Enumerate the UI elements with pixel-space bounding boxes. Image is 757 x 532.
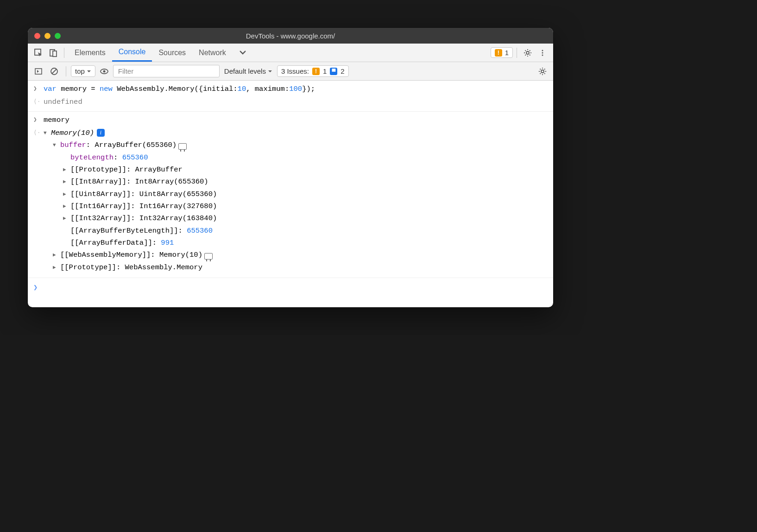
chevron-down-icon bbox=[268, 69, 272, 74]
expand-arrow-icon[interactable]: ▶ bbox=[63, 190, 69, 199]
close-window-button[interactable] bbox=[34, 33, 40, 39]
console-output: undefined bbox=[44, 96, 548, 108]
expand-arrow-icon[interactable]: ▶ bbox=[63, 165, 69, 174]
svg-point-4 bbox=[542, 50, 543, 51]
input-marker-icon: ❯ bbox=[33, 114, 44, 125]
memory-inspector-icon[interactable] bbox=[204, 253, 213, 260]
svg-point-12 bbox=[541, 70, 544, 73]
object-tree[interactable]: ▼Memory(10) i ▼buffer: ArrayBuffer(65536… bbox=[44, 127, 548, 273]
tab-sources[interactable]: Sources bbox=[152, 44, 192, 62]
console-output-row: ⟨· undefined bbox=[28, 95, 553, 111]
console-prompt[interactable]: ❯ bbox=[28, 278, 553, 298]
output-marker-icon: ⟨· bbox=[33, 96, 44, 107]
console-toolbar: top Default levels 3 Issues: ! 1 ▀ 2 bbox=[28, 62, 553, 81]
info-badge-icon[interactable]: i bbox=[97, 129, 105, 137]
tree-row-buffer[interactable]: ▼buffer: ArrayBuffer(655360) bbox=[44, 139, 548, 151]
tree-row[interactable]: ▶[[Prototype]]: ArrayBuffer bbox=[44, 164, 548, 176]
clear-console-icon[interactable] bbox=[47, 64, 61, 78]
devtools-window: DevTools - www.google.com/ Elements Cons… bbox=[28, 28, 553, 307]
divider bbox=[66, 66, 66, 76]
alerts-badge[interactable]: ! 1 bbox=[491, 47, 513, 58]
console-input-row: ❯ memory bbox=[28, 114, 553, 127]
svg-point-3 bbox=[526, 51, 529, 54]
expand-arrow-icon[interactable]: ▼ bbox=[53, 141, 59, 150]
tree-row[interactable]: ▶[[Int32Array]]: Int32Array(163840) bbox=[44, 212, 548, 224]
console-settings-icon[interactable] bbox=[536, 64, 549, 78]
expand-arrow-icon[interactable]: ▶ bbox=[63, 202, 69, 211]
traffic-lights bbox=[34, 33, 61, 39]
divider bbox=[517, 48, 517, 58]
expand-arrow-icon[interactable]: ▶ bbox=[53, 263, 59, 272]
tree-row[interactable]: [[ArrayBufferData]]: 991 bbox=[44, 237, 548, 249]
input-marker-icon: ❯ bbox=[33, 83, 44, 94]
expand-arrow-icon[interactable]: ▶ bbox=[53, 251, 59, 260]
tree-row[interactable]: ▶[[Int8Array]]: Int8Array(655360) bbox=[44, 176, 548, 188]
expand-arrow-icon[interactable]: ▼ bbox=[44, 129, 50, 138]
divider bbox=[64, 48, 64, 58]
info-icon: ▀ bbox=[330, 68, 337, 75]
expand-arrow-icon bbox=[63, 227, 69, 235]
issues-warn-count: 1 bbox=[323, 67, 327, 75]
warning-icon: ! bbox=[495, 49, 502, 57]
tree-row[interactable]: ▶[[Int16Array]]: Int16Array(327680) bbox=[44, 200, 548, 212]
issues-label: 3 Issues: bbox=[281, 67, 309, 75]
tab-more-icon[interactable] bbox=[233, 44, 253, 62]
live-expression-icon[interactable] bbox=[97, 64, 111, 78]
tree-row-bytelength[interactable]: byteLength: 655360 bbox=[44, 152, 548, 164]
memory-inspector-icon[interactable] bbox=[178, 143, 187, 150]
maximize-window-button[interactable] bbox=[55, 33, 61, 39]
tree-row[interactable]: ▶[[Uint8Array]]: Uint8Array(655360) bbox=[44, 188, 548, 200]
svg-rect-2 bbox=[53, 51, 57, 57]
filter-input[interactable] bbox=[113, 65, 220, 77]
output-marker-icon: ⟨· bbox=[33, 127, 44, 138]
warning-icon: ! bbox=[312, 68, 320, 75]
minimize-window-button[interactable] bbox=[44, 33, 50, 39]
log-levels-selector[interactable]: Default levels bbox=[221, 67, 275, 75]
sidebar-toggle-icon[interactable] bbox=[32, 64, 45, 78]
tree-row-prototype[interactable]: ▶[[Prototype]]: WebAssembly.Memory bbox=[44, 261, 548, 273]
svg-point-11 bbox=[103, 70, 105, 72]
tab-network[interactable]: Network bbox=[192, 44, 233, 62]
context-selector[interactable]: top bbox=[71, 65, 95, 77]
tabs: Elements Console Sources Network bbox=[68, 44, 253, 62]
main-tabbar: Elements Console Sources Network ! 1 bbox=[28, 44, 553, 62]
svg-line-9 bbox=[52, 69, 57, 74]
expand-arrow-icon[interactable]: ▶ bbox=[63, 214, 69, 223]
device-toggle-icon[interactable] bbox=[46, 46, 60, 60]
tree-row[interactable]: [[ArrayBufferByteLength]]: 655360 bbox=[44, 225, 548, 237]
tab-console[interactable]: Console bbox=[112, 44, 152, 62]
inspect-element-icon[interactable] bbox=[32, 46, 45, 60]
svg-point-5 bbox=[542, 52, 543, 53]
console-code[interactable]: memory bbox=[44, 114, 548, 126]
alert-count: 1 bbox=[505, 49, 509, 57]
expand-arrow-icon[interactable]: ▶ bbox=[63, 177, 69, 186]
issues-badge[interactable]: 3 Issues: ! 1 ▀ 2 bbox=[277, 65, 349, 77]
levels-label: Default levels bbox=[224, 67, 266, 75]
console-output-row: ⟨· ▼Memory(10) i ▼buffer: ArrayBuffer(65… bbox=[28, 127, 553, 274]
issues-info-count: 2 bbox=[341, 67, 344, 75]
tree-row-wasm-memory[interactable]: ▶[[WebAssemblyMemory]]: Memory(10) bbox=[44, 249, 548, 261]
titlebar: DevTools - www.google.com/ bbox=[28, 28, 553, 44]
window-title: DevTools - www.google.com/ bbox=[28, 32, 553, 40]
context-value: top bbox=[75, 67, 85, 75]
tab-elements[interactable]: Elements bbox=[68, 44, 112, 62]
console-input-row: ❯ var memory = new WebAssembly.Memory({i… bbox=[28, 82, 553, 95]
tree-header[interactable]: ▼Memory(10) i bbox=[44, 127, 548, 139]
console-code[interactable]: var memory = new WebAssembly.Memory({ini… bbox=[44, 83, 548, 95]
chevron-down-icon bbox=[87, 69, 91, 74]
settings-icon[interactable] bbox=[521, 46, 535, 60]
kebab-menu-icon[interactable] bbox=[536, 46, 549, 60]
prompt-caret-icon: ❯ bbox=[33, 282, 38, 294]
svg-point-6 bbox=[542, 54, 543, 56]
console-body: ❯ var memory = new WebAssembly.Memory({i… bbox=[28, 81, 553, 307]
expand-arrow-icon bbox=[63, 239, 69, 247]
